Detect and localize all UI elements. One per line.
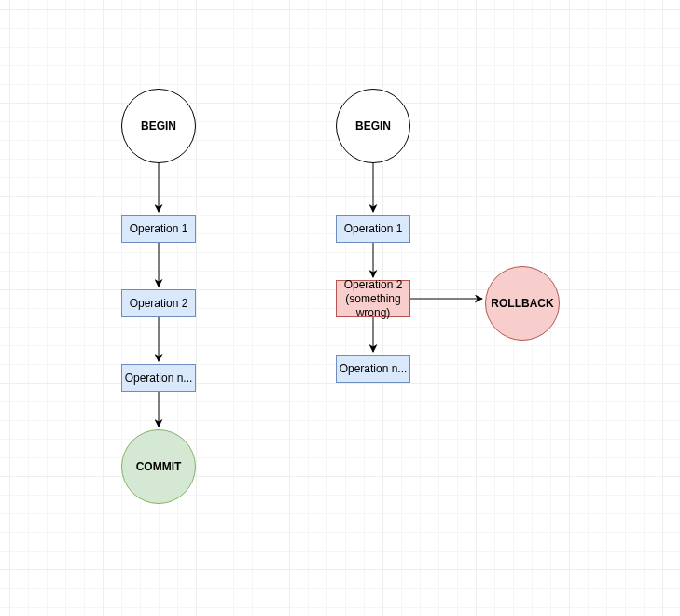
operation-2-error-node-right[interactable]: Operation 2 (something wrong) <box>336 280 410 317</box>
operation-n-node-left[interactable]: Operation n... <box>121 364 196 392</box>
begin-node-left[interactable]: BEGIN <box>121 89 196 163</box>
begin-node-right[interactable]: BEGIN <box>336 89 410 163</box>
operation-n-node-right[interactable]: Operation n... <box>336 355 410 383</box>
operation-2-node-left[interactable]: Operation 2 <box>121 289 196 317</box>
diagram-canvas: BEGIN Operation 1 Operation 2 Operation … <box>0 0 680 616</box>
operation-1-node-left[interactable]: Operation 1 <box>121 215 196 243</box>
commit-node[interactable]: COMMIT <box>121 429 196 504</box>
rollback-node[interactable]: ROLLBACK <box>485 266 560 341</box>
operation-1-node-right[interactable]: Operation 1 <box>336 215 410 243</box>
